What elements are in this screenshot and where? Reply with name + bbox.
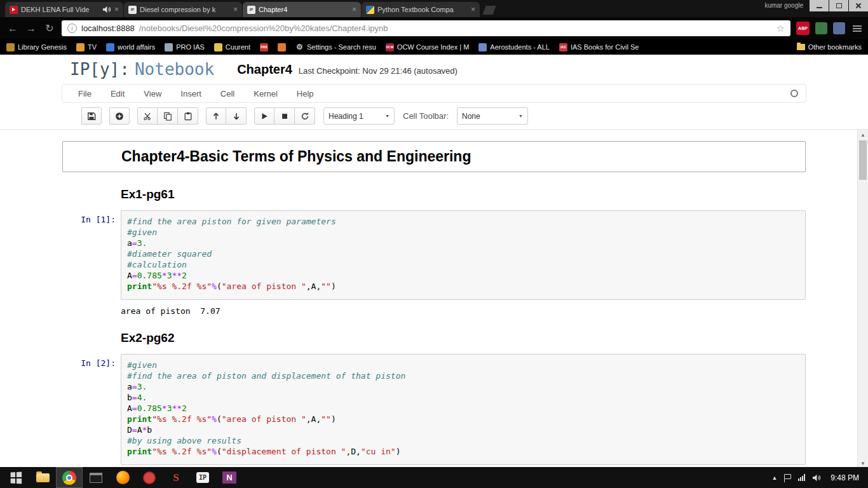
adblock-extension-icon[interactable]: ABP <box>796 22 810 35</box>
cell-type-select[interactable]: Heading 1 ▼ <box>323 107 395 125</box>
save-button[interactable] <box>81 107 102 125</box>
bookmark-item[interactable]: IASIAS Books for Civil Se <box>559 43 639 51</box>
toolbar-button-group <box>254 107 315 125</box>
tab-close-icon[interactable]: × <box>352 6 356 13</box>
back-icon[interactable]: ← <box>6 23 19 34</box>
menu-cell[interactable]: Cell <box>211 89 244 98</box>
bookmark-item[interactable]: TV <box>76 43 97 51</box>
code-input[interactable]: #given#find the area of piston and displ… <box>121 354 806 465</box>
menu-insert[interactable]: Insert <box>171 89 211 98</box>
code-line: print"%s %.2f %s"%("area of piston ",A,"… <box>127 281 799 292</box>
bookmark-item[interactable]: Library Genesis <box>6 43 67 51</box>
tab-title: DEKH LENA Full Vide <box>21 6 99 13</box>
taskbar-app-firefox[interactable] <box>109 467 136 488</box>
bookmark-item[interactable]: Aerostudents - ALL <box>478 43 550 51</box>
windows-logo-icon <box>11 471 22 484</box>
copy-cell-button[interactable] <box>158 107 178 125</box>
browser-tab[interactable]: Python Textbook Compa× <box>362 2 480 17</box>
new-tab-button[interactable] <box>482 6 496 15</box>
cut-cell-button[interactable] <box>137 107 158 125</box>
move-cell-up-button[interactable] <box>206 107 226 125</box>
taskbar-app-chrome[interactable] <box>56 467 83 488</box>
browser-tab[interactable]: DEKH LENA Full Vide× <box>5 2 123 17</box>
maximize-button[interactable] <box>829 0 848 11</box>
code-line: A=0.785*3**2 <box>127 403 799 414</box>
move-cell-down-icon <box>232 112 241 121</box>
refresh-icon[interactable]: ↻ <box>43 22 56 34</box>
volume-icon[interactable] <box>812 474 821 482</box>
browser-app-icon <box>143 471 156 484</box>
output-prompt <box>62 302 121 316</box>
bookmark-item[interactable]: PRO IAS <box>165 43 205 51</box>
taskbar-app-opera[interactable] <box>136 467 163 488</box>
python-favicon-icon <box>366 6 374 14</box>
taskbar-app-app-s[interactable]: S <box>163 467 189 488</box>
paste-cell-icon <box>184 112 193 121</box>
tab-title: Chapter4 <box>259 6 349 13</box>
bookmark-item[interactable] <box>278 43 286 51</box>
cell-toolbar-select[interactable]: None ▼ <box>457 107 528 125</box>
bookmark-favicon-icon: OCW <box>386 43 394 51</box>
action-center-flag-icon[interactable] <box>784 474 791 479</box>
bookmark-item[interactable]: ⚙Settings - Search resu <box>295 43 376 51</box>
tab-audio-icon[interactable] <box>102 6 111 13</box>
browser-tab[interactable]: IPChapter4× <box>243 2 361 17</box>
ipython-logo[interactable]: IP[y]:Notebook <box>70 60 214 79</box>
taskbar-app-console-window[interactable] <box>83 467 109 488</box>
address-bar[interactable]: i localhost:8888 /notebooks/Diesel%20com… <box>62 20 790 36</box>
notebook-title[interactable]: Chapter4 <box>237 62 292 77</box>
bookmark-item[interactable]: Cuurent <box>214 43 250 51</box>
notebook-heading2[interactable]: Ex1-pg61 <box>121 187 806 201</box>
extension-icon[interactable] <box>833 22 845 34</box>
browser-menu-icon[interactable] <box>853 25 862 32</box>
code-line: #by using above results <box>127 435 799 446</box>
taskbar-app-file-explorer[interactable] <box>29 467 56 488</box>
code-cell[interactable]: In [1]:#find the area piston for given p… <box>62 210 806 300</box>
toolbar-button-group <box>81 107 102 125</box>
taskbar-app-start-button[interactable] <box>3 467 29 488</box>
scrollbar-thumb[interactable] <box>859 140 867 180</box>
move-cell-down-button[interactable] <box>226 107 247 125</box>
code-cell[interactable]: In [2]:#given#find the area of piston an… <box>62 354 806 465</box>
profile-name[interactable]: kumar google <box>764 2 803 9</box>
interrupt-kernel-button[interactable] <box>275 107 295 125</box>
paste-cell-button[interactable] <box>178 107 198 125</box>
taskbar-clock[interactable]: 9:48 PM <box>831 473 859 482</box>
selected-heading-cell[interactable]: Chapter4-Basic Terms of Physics and Engi… <box>62 141 806 172</box>
bookmark-item[interactable]: OCWOCW Course Index | M <box>386 43 470 51</box>
taskbar-app-ipython-console[interactable]: IP <box>189 467 216 488</box>
tab-close-icon[interactable]: × <box>233 6 238 13</box>
tab-close-icon[interactable]: × <box>114 6 119 13</box>
browser-tab[interactable]: IPDiesel compression by k× <box>124 2 242 17</box>
menu-edit[interactable]: Edit <box>101 89 134 98</box>
minimize-button[interactable] <box>810 0 829 11</box>
notebook-heading2[interactable]: Ex2-pg62 <box>121 331 806 345</box>
forward-icon[interactable]: → <box>25 23 37 34</box>
other-bookmarks[interactable]: Other bookmarks <box>797 43 862 51</box>
page-info-icon[interactable]: i <box>67 24 77 33</box>
run-cell-button[interactable] <box>254 107 275 125</box>
taskbar-app-onenote[interactable]: N <box>216 467 243 488</box>
output-area: area of piston 7.07 <box>62 302 806 316</box>
menu-help[interactable]: Help <box>287 89 323 98</box>
scroll-up-button[interactable]: ▲ <box>858 130 868 140</box>
bookmark-label: PRO IAS <box>176 43 205 51</box>
bookmark-favicon-icon <box>106 43 114 51</box>
menu-view[interactable]: View <box>134 89 171 98</box>
bookmark-item[interactable]: world affairs <box>106 43 155 51</box>
extension-icon[interactable] <box>815 22 827 34</box>
scrollbar[interactable]: ▲ ▼ <box>857 130 868 468</box>
restart-kernel-button[interactable] <box>295 107 315 125</box>
bookmark-star-icon[interactable]: ☆ <box>776 23 785 34</box>
code-line: a=3. <box>127 381 799 392</box>
menu-file[interactable]: File <box>69 89 101 98</box>
close-button[interactable] <box>849 0 868 11</box>
network-signal-icon[interactable] <box>798 474 805 481</box>
menu-kernel[interactable]: Kernel <box>244 89 287 98</box>
console-icon <box>90 473 102 483</box>
insert-cell-button[interactable] <box>109 107 130 125</box>
code-input[interactable]: #find the area piston for given paramete… <box>121 210 806 300</box>
bookmark-item[interactable]: PRS <box>260 43 268 51</box>
tab-close-icon[interactable]: × <box>471 6 475 13</box>
hidden-icons-arrow[interactable]: ▲ <box>771 475 777 481</box>
